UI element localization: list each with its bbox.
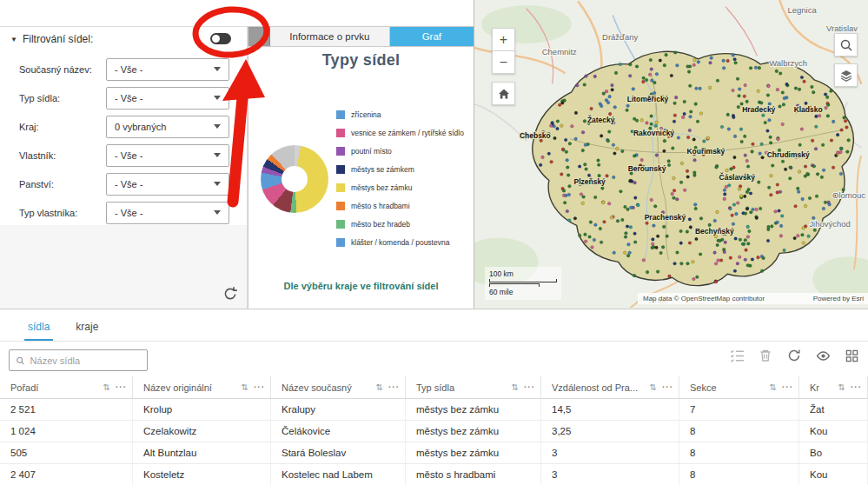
- filter-select[interactable]: - Vše -: [106, 173, 229, 196]
- map-city-label: Olomouc: [832, 190, 865, 200]
- filter-label: Současný název:: [19, 64, 106, 75]
- legend-item: město bez hradeb: [336, 220, 464, 229]
- column-header-label: Pořadí: [10, 382, 98, 393]
- filter-panel-title: Filtrování sídel:: [23, 33, 93, 45]
- table-cell: 3: [541, 442, 679, 463]
- layers-button[interactable]: [834, 63, 858, 87]
- column-header[interactable]: Kr⇅···: [799, 376, 868, 398]
- map-canvas[interactable]: DrážďanyChemnitzWalbrzychVratislavLegnic…: [474, 0, 868, 308]
- table-cell: městys bez zámku: [406, 442, 541, 463]
- column-header[interactable]: Název originální⇅···: [133, 376, 271, 398]
- table-cell: Kostelec nad Labem: [271, 464, 406, 485]
- column-menu-icon[interactable]: ···: [782, 382, 793, 392]
- sort-icon[interactable]: ⇅: [242, 382, 248, 392]
- filter-select-value: - Vše -: [115, 64, 142, 75]
- zoom-out-button[interactable]: −: [492, 50, 515, 74]
- table-cell: 8: [679, 442, 799, 463]
- home-button[interactable]: [492, 82, 515, 105]
- map-region-label: Čáslavský: [719, 172, 756, 182]
- legend-swatch: [336, 165, 345, 174]
- zoom-in-button[interactable]: +: [492, 28, 515, 51]
- table-row[interactable]: 1 024CzelakowitzČelákoviceměstys bez zám…: [0, 421, 868, 442]
- select-rows-icon[interactable]: [729, 348, 745, 363]
- grid-view-icon[interactable]: [844, 348, 859, 363]
- chart-title: Typy sídel: [248, 51, 474, 70]
- toggle-switch[interactable]: [210, 33, 231, 44]
- map-region-label: Litoměřický: [627, 95, 669, 103]
- table-cell: město s hradbami: [406, 464, 541, 485]
- filter-select[interactable]: - Vše -: [106, 144, 229, 167]
- legend-label: město s hradbami: [351, 202, 410, 210]
- caret-down-icon[interactable]: ▼: [10, 36, 17, 43]
- table-row[interactable]: 2 521KrolupKralupyměstys bez zámku14,57Ž…: [0, 399, 868, 421]
- reset-button[interactable]: [222, 286, 238, 302]
- filter-select[interactable]: - Vše -: [106, 202, 229, 224]
- layers-icon: [839, 69, 853, 83]
- chart-panel: Informace o prvkuGraf Typy sídel zříceni…: [248, 26, 474, 309]
- column-header[interactable]: Název současný⇅···: [271, 376, 406, 398]
- show-columns-icon[interactable]: [815, 348, 831, 363]
- scale-mile-bar: [489, 283, 540, 287]
- column-header-label: Vzdálenost od Pra...: [552, 382, 645, 393]
- sort-icon[interactable]: ⇅: [103, 382, 110, 392]
- donut-chart[interactable]: [261, 145, 328, 213]
- legend-swatch: [336, 110, 345, 119]
- sort-icon[interactable]: ⇅: [512, 382, 519, 392]
- column-menu-icon[interactable]: ···: [524, 382, 535, 392]
- legend-swatch: [336, 220, 345, 229]
- column-menu-icon[interactable]: ···: [116, 382, 127, 392]
- column-menu-icon[interactable]: ···: [254, 382, 265, 392]
- table-row[interactable]: 505Alt BuntzlauStará Boleslavměstys bez …: [0, 442, 868, 464]
- filter-label: Typ sídla:: [19, 93, 106, 103]
- legend-item: město s hradbami: [336, 202, 464, 210]
- scale-km-label: 100 km: [489, 269, 557, 279]
- table-cell: 3: [541, 464, 679, 485]
- tab-sidla[interactable]: sídla: [24, 321, 53, 341]
- sort-icon[interactable]: ⇅: [838, 382, 845, 392]
- chevron-down-icon: [214, 153, 221, 157]
- legend-label: klášter / komenda / poustevna: [351, 238, 449, 247]
- table-row[interactable]: 2 407KosteletzKostelec nad Labemměsto s …: [0, 464, 868, 485]
- column-menu-icon[interactable]: ···: [662, 382, 673, 392]
- tab-graf[interactable]: Graf: [390, 27, 474, 46]
- filter-select[interactable]: 0 vybraných: [106, 116, 229, 138]
- legend-label: vesnice se zámkem / rytířské sídlo: [351, 129, 464, 137]
- search-icon: [16, 355, 25, 366]
- column-header-label: Název současný: [282, 382, 371, 393]
- table-cell: Čelákovice: [271, 421, 406, 442]
- tab-informace-o-prvku[interactable]: Informace o prvku: [270, 27, 390, 46]
- legend-swatch: [336, 238, 345, 247]
- legend-item: vesnice se zámkem / rytířské sídlo: [336, 129, 464, 137]
- column-header-label: Sekce: [690, 382, 765, 393]
- table-search-box: [9, 349, 148, 371]
- table-cell: Krolup: [133, 399, 271, 420]
- table-cell: Bo: [799, 442, 868, 463]
- column-header[interactable]: Typ sídla⇅···: [406, 376, 541, 398]
- chevron-down-icon: [214, 124, 221, 129]
- refresh-icon[interactable]: [786, 348, 802, 363]
- sort-icon[interactable]: ⇅: [650, 382, 657, 392]
- table-cell: 505: [0, 442, 133, 463]
- legend-item: poutní místo: [336, 147, 464, 156]
- table-body: 2 521KrolupKralupyměstys bez zámku14,57Ž…: [0, 399, 868, 485]
- column-menu-icon[interactable]: ···: [388, 382, 400, 392]
- chart-legend: zříceninavesnice se zámkem / rytířské sí…: [336, 110, 464, 247]
- legend-label: poutní místo: [351, 147, 392, 156]
- tab-strip-stub: [248, 27, 270, 46]
- filter-select[interactable]: - Vše -: [106, 58, 229, 81]
- delete-icon[interactable]: [758, 348, 773, 363]
- column-header[interactable]: Sekce⇅···: [679, 376, 799, 398]
- chevron-down-icon: [214, 96, 221, 100]
- filter-select[interactable]: - Vše -: [106, 87, 229, 110]
- tab-kraje[interactable]: kraje: [72, 321, 102, 341]
- search-button[interactable]: [834, 33, 858, 56]
- column-menu-icon[interactable]: ···: [851, 382, 862, 392]
- sort-icon[interactable]: ⇅: [376, 382, 383, 392]
- column-header[interactable]: Vzdálenost od Pra...⇅···: [541, 376, 679, 398]
- map-city-label: Vratislav: [826, 23, 858, 33]
- sort-icon[interactable]: ⇅: [770, 382, 777, 392]
- column-header[interactable]: Pořadí⇅···: [0, 376, 133, 398]
- map-region-label: Kouřimský: [687, 147, 726, 156]
- search-input[interactable]: [30, 355, 141, 366]
- column-header-label: Název originální: [143, 382, 236, 393]
